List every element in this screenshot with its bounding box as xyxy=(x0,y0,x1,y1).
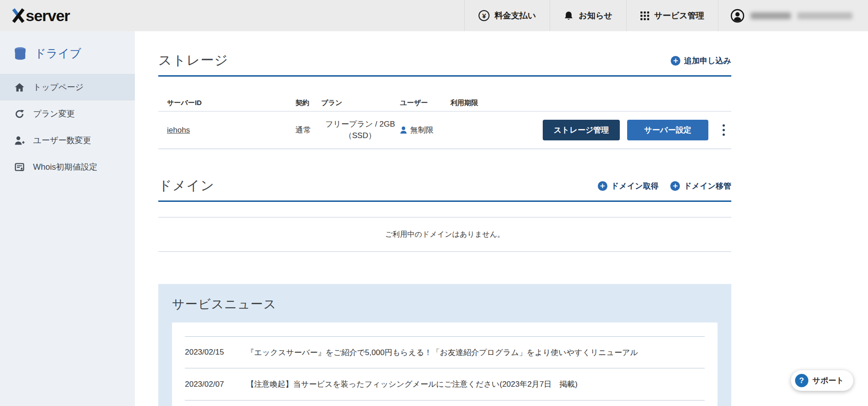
storage-title: ストレージ xyxy=(158,51,228,70)
grid-icon xyxy=(640,11,649,20)
news-item[interactable]: 2023/02/07 【注意喚起】当サービスを装ったフィッシングメールにご注意く… xyxy=(185,368,705,400)
news-date: 2023/02/07 xyxy=(185,380,231,389)
home-icon xyxy=(14,83,25,92)
nav-notifications[interactable]: お知らせ xyxy=(550,0,626,31)
news-text: 【注意喚起】当サービスを装ったフィッシングメールにご注意ください(2023年2月… xyxy=(246,379,578,389)
domain-acquire-label: ドメイン取得 xyxy=(611,181,659,191)
add-storage-button[interactable]: ＋ 追加申し込み xyxy=(671,56,731,66)
sidebar-item-label: Whois初期値設定 xyxy=(33,161,97,172)
top-header: server ¥ 料金支払い お知らせ xyxy=(0,0,868,31)
user-circle-icon xyxy=(730,9,745,23)
col-server-id: サーバーID xyxy=(167,99,295,107)
sidebar-item-plan-change[interactable]: プラン変更 xyxy=(0,100,135,127)
domain-acquire-button[interactable]: ＋ ドメイン取得 xyxy=(598,181,659,191)
sidebar: ドライブ トップページ プラン変更 xyxy=(0,31,135,406)
nav-payment[interactable]: ¥ 料金支払い xyxy=(464,0,550,31)
domain-transfer-button[interactable]: ＋ ドメイン移管 xyxy=(670,181,731,191)
sidebar-item-label: トップページ xyxy=(33,82,83,93)
bell-icon xyxy=(564,11,573,21)
yen-circle-icon: ¥ xyxy=(479,10,490,21)
kebab-menu-icon[interactable] xyxy=(718,120,729,140)
nav-notifications-label: お知らせ xyxy=(579,10,612,21)
col-user: ユーザー xyxy=(399,99,451,107)
refresh-icon xyxy=(14,109,25,119)
nav-service-management-label: サービス管理 xyxy=(654,10,704,21)
news-date: 2023/02/15 xyxy=(185,348,231,357)
question-circle-icon: ? xyxy=(795,374,808,387)
contract-value: 通常 xyxy=(295,125,321,135)
main-content: ストレージ ＋ 追加申し込み サーバーID 契約 プラン ユーザー xyxy=(135,31,868,406)
news-item[interactable]: 2023/01/25 令和5年1月の大雪により被災されたお客様への特別措置に関す… xyxy=(185,400,705,406)
add-storage-label: 追加申し込み xyxy=(684,56,731,66)
news-text: 『エックスサーバー』をご紹介で5,000円もらえる！「お友達紹介プログラム」をよ… xyxy=(246,347,638,358)
domain-empty-message: ご利用中のドメインはありません。 xyxy=(158,217,731,252)
server-id-link[interactable]: iehohs xyxy=(167,126,190,134)
sidebar-item-user-count-change[interactable]: ユーザー数変更 xyxy=(0,127,135,154)
nav-service-management[interactable]: サービス管理 xyxy=(626,0,718,31)
account-name-redacted xyxy=(751,12,852,19)
whois-icon xyxy=(14,162,25,172)
sidebar-brand-label: ドライブ xyxy=(34,46,81,61)
sidebar-item-label: ユーザー数変更 xyxy=(33,135,91,146)
plus-circle-icon: ＋ xyxy=(671,56,680,66)
sidebar-item-whois-default[interactable]: Whois初期値設定 xyxy=(0,154,135,180)
plan-value: フリープラン / 2GB （SSD） xyxy=(321,119,399,141)
x-mark-icon xyxy=(12,8,25,23)
domain-title: ドメイン xyxy=(158,177,215,195)
sidebar-brand-drive[interactable]: ドライブ xyxy=(0,31,135,74)
service-news-list: 2023/02/15 『エックスサーバー』をご紹介で5,000円もらえる！「お友… xyxy=(172,323,718,406)
storage-table-header: サーバーID 契約 プラン ユーザー 利用期限 xyxy=(158,95,731,111)
plus-circle-icon: ＋ xyxy=(598,181,607,191)
domain-transfer-label: ドメイン移管 xyxy=(684,181,731,191)
logo-text: server xyxy=(26,7,70,25)
col-expiry: 利用期限 xyxy=(451,99,506,107)
support-label: サポート xyxy=(812,375,844,386)
table-row: iehohs 通常 フリープラン / 2GB （SSD） xyxy=(158,111,731,149)
drive-icon xyxy=(14,47,27,61)
storage-section: ストレージ ＋ 追加申し込み サーバーID 契約 プラン ユーザー xyxy=(158,51,731,149)
support-button[interactable]: ? サポート xyxy=(791,370,853,391)
sidebar-item-label: プラン変更 xyxy=(33,108,75,119)
server-settings-button[interactable]: サーバー設定 xyxy=(627,120,708,140)
col-contract: 契約 xyxy=(295,99,321,107)
user-add-icon xyxy=(14,136,25,145)
sidebar-item-top-page[interactable]: トップページ xyxy=(0,74,135,100)
service-news-section: サービスニュース 2023/02/15 『エックスサーバー』をご紹介で5,000… xyxy=(158,284,731,406)
xserver-logo[interactable]: server xyxy=(0,0,70,31)
header-nav: ¥ 料金支払い お知らせ サー xyxy=(464,0,868,31)
col-plan: プラン xyxy=(321,99,399,107)
plus-circle-icon: ＋ xyxy=(670,181,680,191)
account-menu[interactable] xyxy=(718,0,868,31)
news-item[interactable]: 2023/02/15 『エックスサーバー』をご紹介で5,000円もらえる！「お友… xyxy=(185,336,705,368)
domain-section: ドメイン ＋ ドメイン取得 ＋ ドメイン移管 ご利用中のドメインはありません。 xyxy=(158,177,731,252)
storage-table: サーバーID 契約 プラン ユーザー 利用期限 iehohs 通常 フリープラン… xyxy=(158,95,731,149)
nav-payment-label: 料金支払い xyxy=(495,10,536,21)
service-news-title: サービスニュース xyxy=(172,296,718,312)
storage-manage-button[interactable]: ストレージ管理 xyxy=(543,120,620,140)
user-value: 無制限 xyxy=(399,125,451,135)
person-icon xyxy=(400,126,407,134)
